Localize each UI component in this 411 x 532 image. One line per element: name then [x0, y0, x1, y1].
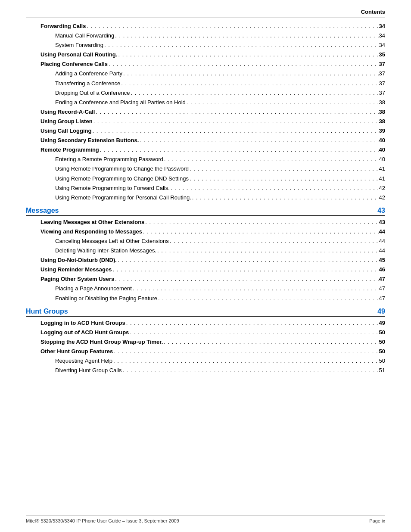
- toc-entry: Paging Other System Users . . . . . . . …: [26, 274, 385, 284]
- section-heading-text: Messages: [26, 207, 59, 215]
- toc-entry: Using Remote Programming for Personal Ca…: [26, 193, 385, 202]
- toc-page-num: 51: [379, 366, 385, 375]
- toc-page-num: 37: [379, 79, 385, 88]
- toc-dots: . . . . . . . . . . . . . . . . . . . . …: [95, 107, 379, 117]
- toc-entry-text: Adding a Conference Party: [55, 69, 122, 78]
- toc-entry-text: Using Remote Programming for Personal Ca…: [55, 193, 191, 202]
- toc-page-num: 40: [379, 155, 385, 164]
- toc-entry-text: Using Call Logging: [40, 126, 91, 136]
- toc-entry: Manual Call Forwarding . . . . . . . . .…: [26, 31, 385, 40]
- toc-dots: . . . . . . . . . . . . . . . . . . . . …: [191, 193, 379, 202]
- toc-dots: . . . . . . . . . . . . . . . . . . . . …: [170, 184, 379, 193]
- toc-entry-text: Using Remote Programming to Change the P…: [55, 164, 189, 174]
- toc-dots: . . . . . . . . . . . . . . . . . . . . …: [144, 218, 379, 227]
- toc-page-num: 42: [379, 193, 385, 202]
- toc-page-num: 50: [379, 347, 385, 356]
- toc-page-num: 50: [379, 356, 385, 366]
- toc-entry-text: Remote Programming: [40, 145, 99, 155]
- toc-entry: Using Call Logging . . . . . . . . . . .…: [26, 126, 385, 136]
- toc-page-num: 44: [379, 236, 385, 246]
- toc-entry: Remote Programming . . . . . . . . . . .…: [26, 145, 385, 155]
- toc-dots: . . . . . . . . . . . . . . . . . . . . …: [114, 31, 379, 40]
- toc-page-num: 38: [379, 107, 385, 117]
- toc-dots: . . . . . . . . . . . . . . . . . . . . …: [122, 366, 379, 375]
- toc-page-num: 45: [379, 255, 385, 265]
- toc-entry-text: Ending a Conference and Placing all Part…: [55, 98, 186, 107]
- toc-page-num: 40: [379, 145, 385, 155]
- toc-page-num: 46: [379, 265, 385, 274]
- toc-entry-text: Deleting Waiting Inter-Station Messages.: [55, 246, 156, 255]
- toc-entry-text: Transferring a Conference: [55, 79, 120, 88]
- toc-page-num: 37: [379, 69, 385, 78]
- toc-page-num: 34: [379, 40, 385, 50]
- toc-dots: . . . . . . . . . . . . . . . . . . . . …: [112, 356, 379, 366]
- section-heading-text: Hunt Groups: [26, 308, 68, 315]
- toc-entry-text: Using Remote Programming to Forward Call…: [55, 184, 170, 193]
- toc-entry-text: Stopping the ACD Hunt Group Wrap-up Time…: [40, 337, 163, 347]
- toc-entry: Viewing and Responding to Messages . . .…: [26, 227, 385, 236]
- toc-dots: . . . . . . . . . . . . . . . . . . . . …: [186, 98, 379, 107]
- toc-entry-text: Using Personal Call Routing.: [40, 50, 117, 59]
- toc-dots: . . . . . . . . . . . . . . . . . . . . …: [108, 59, 379, 69]
- toc-dots: . . . . . . . . . . . . . . . . . . . . …: [113, 347, 379, 356]
- toc-dots: . . . . . . . . . . . . . . . . . . . . …: [156, 246, 379, 255]
- toc-entry: Canceling Messages Left at Other Extensi…: [26, 236, 385, 246]
- toc-page-num: 37: [379, 88, 385, 98]
- toc-entry-text: Logging out of ACD Hunt Groups: [40, 328, 129, 337]
- toc-entry: Forwarding Calls . . . . . . . . . . . .…: [26, 22, 385, 31]
- toc-dots: . . . . . . . . . . . . . . . . . . . . …: [91, 126, 379, 136]
- toc-entry: Requesting Agent Help . . . . . . . . . …: [26, 356, 385, 366]
- toc-entry-text: Placing a Page Announcement: [55, 284, 132, 293]
- toc-entry-text: Manual Call Forwarding: [55, 31, 114, 40]
- toc-entry: Enabling or Disabling the Paging Feature…: [26, 294, 385, 303]
- toc-dots: . . . . . . . . . . . . . . . . . . . . …: [112, 265, 379, 274]
- toc-dots: . . . . . . . . . . . . . . . . . . . . …: [169, 236, 379, 246]
- toc-entry: Diverting Hunt Group Calls . . . . . . .…: [26, 366, 385, 375]
- toc-entry: Placing Conference Calls . . . . . . . .…: [26, 59, 385, 69]
- toc-dots: . . . . . . . . . . . . . . . . . . . . …: [117, 50, 379, 59]
- footer-right: Page ix: [369, 518, 385, 523]
- toc-entry: Entering a Remote Programming Password .…: [26, 155, 385, 164]
- toc-entry: Leaving Messages at Other Extensions . .…: [26, 218, 385, 227]
- toc-entry-text: Dropping Out of a Conference: [55, 88, 130, 98]
- toc-entry: Using Remote Programming to Change DND S…: [26, 174, 385, 184]
- toc-page-num: 35: [379, 50, 385, 59]
- toc-page-num: 34: [379, 22, 385, 31]
- toc-entry: Ending a Conference and Placing all Part…: [26, 98, 385, 107]
- toc-entry-text: Canceling Messages Left at Other Extensi…: [55, 236, 169, 246]
- toc-page-num: 40: [379, 136, 385, 145]
- toc-entry: Logging out of ACD Hunt Groups . . . . .…: [26, 328, 385, 337]
- toc-entry-text: Using Do-Not-Disturb (DND).: [40, 255, 117, 265]
- toc-dots: . . . . . . . . . . . . . . . . . . . . …: [93, 117, 379, 126]
- toc-entry: Logging in to ACD Hunt Groups . . . . . …: [26, 318, 385, 328]
- toc-dots: . . . . . . . . . . . . . . . . . . . . …: [189, 164, 379, 174]
- toc-dots: . . . . . . . . . . . . . . . . . . . . …: [117, 255, 379, 265]
- toc-entry: Transferring a Conference . . . . . . . …: [26, 79, 385, 88]
- toc-dots: . . . . . . . . . . . . . . . . . . . . …: [130, 88, 379, 98]
- toc-entry-text: Using Record-A-Call: [40, 107, 95, 117]
- toc-dots: . . . . . . . . . . . . . . . . . . . . …: [157, 294, 379, 303]
- toc-page-num: 38: [379, 117, 385, 126]
- toc-dots: . . . . . . . . . . . . . . . . . . . . …: [132, 284, 379, 293]
- toc-container: Forwarding Calls . . . . . . . . . . . .…: [26, 22, 385, 375]
- toc-page-num: 47: [379, 294, 385, 303]
- toc-entry-text: Entering a Remote Programming Password: [55, 155, 163, 164]
- toc-entry: Using Record-A-Call . . . . . . . . . . …: [26, 107, 385, 117]
- toc-dots: . . . . . . . . . . . . . . . . . . . . …: [189, 174, 379, 184]
- toc-entry: Using Reminder Messages . . . . . . . . …: [26, 265, 385, 274]
- toc-page-num: 41: [379, 164, 385, 174]
- header-title: Contents: [361, 9, 385, 15]
- toc-dots: . . . . . . . . . . . . . . . . . . . . …: [129, 328, 379, 337]
- toc-page-num: 34: [379, 31, 385, 40]
- toc-entry-text: Using Remote Programming to Change DND S…: [55, 174, 189, 184]
- toc-dots: . . . . . . . . . . . . . . . . . . . . …: [163, 337, 379, 347]
- toc-page-num: 41: [379, 174, 385, 184]
- toc-entry-text: Other Hunt Group Features: [40, 347, 113, 356]
- toc-page-num: 39: [379, 126, 385, 136]
- toc-page-num: 50: [379, 328, 385, 337]
- toc-entry: Deleting Waiting Inter-Station Messages.…: [26, 246, 385, 255]
- toc-entry: System Forwarding . . . . . . . . . . . …: [26, 40, 385, 50]
- toc-page-num: 44: [379, 246, 385, 255]
- page-footer: Mitel® 5320/5330/5340 IP Phone User Guid…: [26, 515, 385, 523]
- footer-left: Mitel® 5320/5330/5340 IP Phone User Guid…: [26, 518, 179, 523]
